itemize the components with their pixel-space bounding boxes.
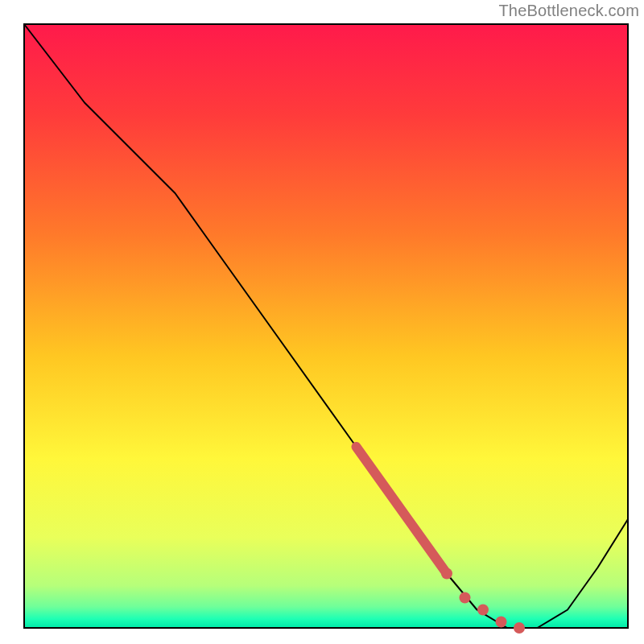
highlight-dot	[460, 592, 471, 604]
highlight-dot	[496, 617, 507, 628]
highlight-dot	[514, 622, 525, 634]
highlight-dot	[477, 605, 489, 616]
attribution-text: TheBottleneck.com	[498, 2, 639, 20]
chart-container: TheBottleneck.com	[0, 0, 644, 644]
chart-svg	[0, 0, 644, 644]
highlight-dot	[441, 568, 452, 580]
plot-area	[24, 24, 628, 628]
